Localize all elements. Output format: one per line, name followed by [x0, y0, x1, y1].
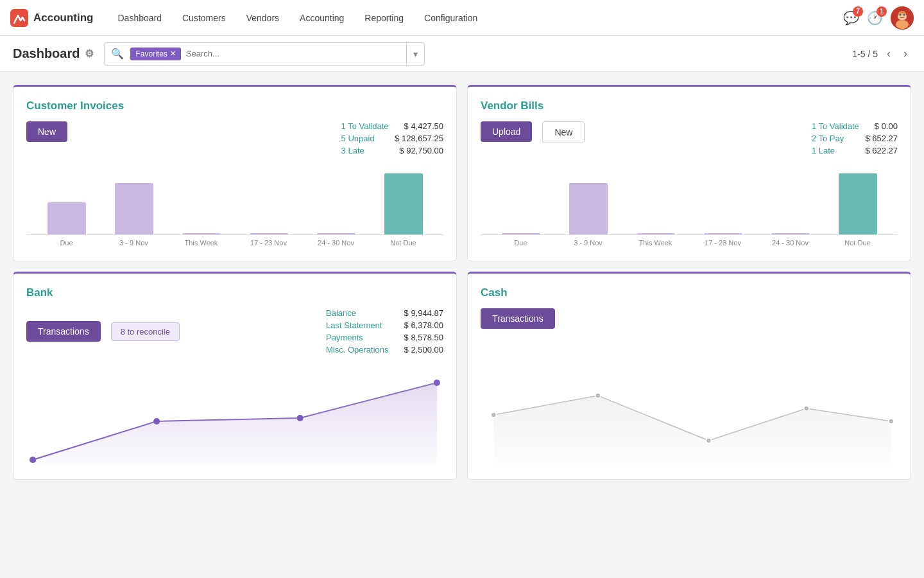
- app-logo[interactable]: Accounting: [10, 9, 94, 27]
- svg-rect-5: [898, 13, 907, 20]
- cash-card: Cash Transactions: [467, 272, 911, 480]
- vb-bar-17-23nov: [689, 233, 757, 234]
- label-3-9nov: 3 - 9 Nov: [100, 239, 167, 247]
- search-input[interactable]: [181, 49, 407, 58]
- chat-button[interactable]: 💬 7: [843, 10, 859, 26]
- svg-point-6: [900, 13, 902, 15]
- vb-bar-this-week: [622, 233, 689, 234]
- svg-point-14: [706, 438, 711, 443]
- bank-label-misc[interactable]: Misc. Operations: [326, 345, 389, 355]
- vb-label-this-week: This Week: [622, 239, 689, 247]
- brand-name: Accounting: [33, 12, 94, 24]
- bank-actions: Transactions 8 to reconcile Balance $ 9,…: [26, 308, 443, 355]
- vb-stat-value-late: $ 622.27: [865, 146, 898, 155]
- vb-bar-labels: Due 3 - 9 Nov This Week 17 - 23 Nov 24 -…: [481, 235, 898, 247]
- svg-point-13: [595, 393, 601, 398]
- vendor-bills-chart: Due 3 - 9 Nov This Week 17 - 23 Nov 24 -…: [481, 164, 898, 248]
- favorites-filter[interactable]: Favorites ✕: [130, 48, 180, 60]
- bank-label-balance[interactable]: Balance: [326, 308, 356, 318]
- vendor-bills-card: Vendor Bills Upload New 1 To Validate $ …: [467, 85, 911, 261]
- vb-bar-due: [487, 233, 554, 234]
- bank-value-payments: $ 8,578.50: [404, 333, 443, 342]
- vb-stat-row-1: 2 To Pay $ 652.27: [812, 134, 898, 143]
- vb-stat-value-to-validate: $ 0.00: [875, 121, 898, 131]
- cash-title: Cash: [481, 286, 898, 299]
- chat-badge: 7: [853, 6, 863, 17]
- vb-stat-label-to-pay[interactable]: 2 To Pay: [812, 134, 844, 143]
- vb-label-17-23nov: 17 - 23 Nov: [689, 239, 757, 247]
- bank-value-balance: $ 9,944.87: [404, 308, 443, 318]
- svg-point-15: [804, 406, 809, 411]
- vb-label-not-due: Not Due: [824, 239, 891, 247]
- search-dropdown-arrow[interactable]: ▾: [406, 43, 424, 65]
- vendor-bills-stats: 1 To Validate $ 0.00 2 To Pay $ 652.27 1…: [812, 121, 898, 155]
- customer-invoices-stats: 1 To Validate $ 4,427.50 5 Unpaid $ 128,…: [341, 121, 443, 155]
- nav-accounting[interactable]: Accounting: [291, 8, 353, 28]
- customer-invoices-card: Customer Invoices New 1 To Validate $ 4,…: [13, 85, 457, 261]
- activity-button[interactable]: 🕐 1: [867, 10, 883, 26]
- nav-configuration[interactable]: Configuration: [415, 8, 486, 28]
- prev-page-button[interactable]: ‹: [883, 46, 894, 62]
- page-title: Dashboard ⚙: [13, 46, 94, 61]
- stat-label-to-validate[interactable]: 1 To Validate: [341, 121, 389, 131]
- customer-invoices-actions: New 1 To Validate $ 4,427.50 5 Unpaid $ …: [26, 121, 443, 155]
- activity-badge: 1: [877, 6, 887, 17]
- bank-stat-balance: Balance $ 9,944.87: [326, 308, 443, 318]
- customer-invoices-new-button[interactable]: New: [26, 121, 67, 142]
- svg-point-7: [903, 13, 905, 15]
- vendor-bills-new-button[interactable]: New: [542, 121, 585, 143]
- label-17-23nov: 17 - 23 Nov: [235, 239, 302, 247]
- subheader: Dashboard ⚙ 🔍 Favorites ✕ ▾ 1-5 / 5 ‹ ›: [0, 36, 924, 72]
- vendor-bills-upload-button[interactable]: Upload: [481, 121, 532, 142]
- nav-reporting[interactable]: Reporting: [355, 8, 413, 28]
- nav-dashboard[interactable]: Dashboard: [109, 8, 171, 28]
- vendor-bills-title: Vendor Bills: [481, 100, 898, 112]
- cash-actions: Transactions: [481, 308, 898, 329]
- bank-label-last-statement[interactable]: Last Statement: [326, 320, 382, 330]
- pagination-text: 1-5 / 5: [852, 49, 878, 59]
- customer-invoices-chart: Due 3 - 9 Nov This Week 17 - 23 Nov 24 -…: [26, 164, 443, 248]
- bar-24-30nov: [302, 233, 370, 234]
- bank-stats: Balance $ 9,944.87 Last Statement $ 6,37…: [326, 308, 443, 355]
- vb-label-3-9nov: 3 - 9 Nov: [554, 239, 622, 247]
- bank-reconcile-badge[interactable]: 8 to reconcile: [111, 322, 180, 341]
- bar-17-23nov: [235, 233, 302, 234]
- bar-this-week: [167, 233, 235, 234]
- svg-point-11: [434, 380, 440, 386]
- nav-menu: Dashboard Customers Vendors Accounting R…: [109, 8, 844, 28]
- vb-stat-value-to-pay: $ 652.27: [865, 134, 898, 143]
- filter-close-icon[interactable]: ✕: [170, 49, 176, 58]
- cash-transactions-button[interactable]: Transactions: [481, 308, 555, 329]
- bar-3-9nov: [100, 183, 167, 234]
- nav-customers[interactable]: Customers: [173, 8, 235, 28]
- bank-card: Bank Transactions 8 to reconcile Balance…: [13, 272, 457, 480]
- customer-invoices-title: Customer Invoices: [26, 100, 443, 112]
- bank-stat-last-statement: Last Statement $ 6,378.00: [326, 320, 443, 330]
- stat-row-0: 1 To Validate $ 4,427.50: [341, 121, 443, 131]
- svg-point-3: [896, 20, 909, 29]
- stat-label-late[interactable]: 3 Late: [341, 146, 364, 155]
- svg-point-10: [296, 415, 303, 421]
- svg-point-16: [889, 419, 894, 424]
- page-title-text: Dashboard: [13, 46, 80, 61]
- settings-icon[interactable]: ⚙: [85, 48, 94, 60]
- vb-stat-label-late[interactable]: 1 Late: [812, 146, 835, 155]
- stat-label-unpaid[interactable]: 5 Unpaid: [341, 134, 375, 143]
- svg-point-8: [30, 457, 36, 463]
- stat-row-1: 5 Unpaid $ 128,657.25: [341, 134, 443, 143]
- vb-stat-label-to-validate[interactable]: 1 To Validate: [812, 121, 859, 131]
- pagination: 1-5 / 5 ‹ ›: [852, 46, 911, 62]
- next-page-button[interactable]: ›: [900, 46, 911, 62]
- vb-label-due: Due: [487, 239, 554, 247]
- nav-vendors[interactable]: Vendors: [237, 8, 288, 28]
- vb-bar-not-due: [824, 173, 891, 234]
- bank-transactions-button[interactable]: Transactions: [26, 321, 101, 342]
- vb-stat-row-2: 1 Late $ 622.27: [812, 146, 898, 155]
- bank-label-payments[interactable]: Payments: [326, 333, 363, 342]
- label-due: Due: [33, 239, 100, 247]
- svg-point-12: [491, 412, 496, 417]
- bar-due: [33, 202, 100, 234]
- dashboard-main: Customer Invoices New 1 To Validate $ 4,…: [0, 72, 924, 493]
- user-avatar[interactable]: [891, 6, 914, 30]
- stat-value-to-validate: $ 4,427.50: [404, 121, 443, 131]
